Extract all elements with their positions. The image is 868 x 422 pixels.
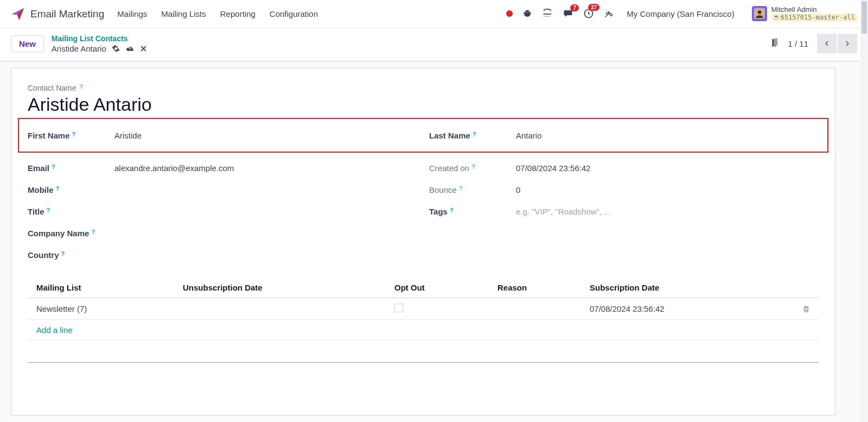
bookmark-icon[interactable]	[770, 38, 779, 49]
nav-menu: Mailings Mailing Lists Reporting Configu…	[117, 9, 318, 18]
help-icon[interactable]: ?	[47, 207, 50, 213]
database-tag: 65157015-master-all	[771, 14, 857, 22]
tools-icon[interactable]	[604, 9, 614, 18]
systray: 7 27 My Company (San Francisco) Mitchell…	[506, 6, 857, 22]
control-panel: New Mailing List Contacts Aristide Antar…	[0, 28, 868, 61]
svg-point-1	[544, 16, 545, 17]
delete-row-button[interactable]	[794, 298, 819, 320]
bug-icon[interactable]	[522, 9, 532, 18]
svg-point-3	[547, 16, 548, 17]
gear-icon[interactable]	[112, 45, 120, 53]
main-navbar: Email Marketing Mailings Mailing Lists R…	[0, 0, 868, 28]
svg-point-8	[774, 15, 778, 17]
nav-item-mailing-lists[interactable]: Mailing Lists	[161, 9, 206, 18]
col-mailing-list[interactable]: Mailing List	[28, 278, 174, 298]
paper-plane-icon	[11, 7, 25, 21]
help-icon[interactable]: ?	[79, 84, 82, 90]
cell-opt-out[interactable]	[386, 298, 489, 320]
svg-point-4	[550, 16, 551, 17]
chevron-right-icon	[844, 40, 851, 47]
table-row-add: Add a line	[28, 320, 819, 341]
svg-point-2	[546, 16, 547, 17]
chevron-left-icon	[824, 40, 830, 47]
sheet-container: Contact Name ? Aristide Antario First Na…	[0, 61, 868, 416]
last-name-label: Last Name?	[429, 131, 516, 140]
company-name-label: Company Name?	[28, 229, 114, 238]
help-icon[interactable]: ?	[459, 185, 462, 192]
database-icon	[774, 15, 779, 21]
messages-badge: 7	[570, 4, 579, 11]
highlighted-name-row: First Name? Aristide Last Name? Antario	[18, 118, 828, 153]
checkbox-icon[interactable]	[394, 304, 403, 312]
svg-rect-0	[544, 14, 552, 15]
close-icon[interactable]	[140, 45, 147, 52]
col-reason[interactable]: Reason	[489, 278, 581, 298]
nav-item-reporting[interactable]: Reporting	[220, 9, 256, 18]
col-unsub-date[interactable]: Unsubscription Date	[174, 278, 386, 298]
created-on-label: Created on?	[429, 163, 516, 173]
cloud-upload-icon[interactable]	[125, 45, 135, 53]
user-menu[interactable]: Mitchell Admin 65157015-master-all	[752, 6, 857, 22]
cell-mailing-list[interactable]: Newsletter (7)	[28, 298, 174, 320]
nav-item-configuration[interactable]: Configuration	[270, 9, 318, 18]
pager-text[interactable]: 1 / 11	[788, 39, 808, 48]
vertical-scrollbar[interactable]	[860, 0, 868, 422]
divider	[28, 362, 819, 363]
user-name: Mitchell Admin	[771, 6, 857, 14]
cell-reason[interactable]	[489, 298, 581, 320]
contact-name-label: Contact Name	[28, 84, 76, 92]
messages-icon[interactable]: 7	[563, 9, 573, 18]
activities-icon[interactable]: 27	[583, 8, 594, 19]
help-icon[interactable]: ?	[61, 250, 65, 257]
help-icon[interactable]: ?	[56, 185, 60, 192]
activities-badge: 27	[588, 4, 599, 11]
cell-sub-date[interactable]: 07/08/2024 23:56:42	[581, 298, 794, 320]
help-icon[interactable]: ?	[72, 131, 76, 137]
record-dot-icon[interactable]	[506, 10, 513, 17]
help-icon[interactable]: ?	[52, 163, 55, 170]
first-name-field[interactable]: Aristide	[114, 131, 142, 140]
col-opt-out[interactable]: Opt Out	[386, 278, 489, 298]
created-on-field[interactable]: 07/08/2024 23:56:42	[516, 163, 591, 173]
help-icon[interactable]: ?	[91, 229, 95, 235]
scrollbar-thumb[interactable]	[861, 1, 867, 34]
last-name-field[interactable]: Antario	[516, 131, 542, 140]
breadcrumb-current: Aristide Antario	[52, 44, 106, 53]
database-name: 65157015-master-all	[781, 14, 855, 21]
nav-item-mailings[interactable]: Mailings	[117, 9, 147, 18]
first-name-label: First Name?	[28, 131, 114, 140]
app-logo-block[interactable]: Email Marketing	[11, 7, 104, 21]
table-row[interactable]: Newsletter (7) 07/08/2024 23:56:42	[28, 298, 819, 320]
app-title: Email Marketing	[30, 8, 104, 20]
col-sub-date[interactable]: Subscription Date	[581, 278, 794, 298]
title-label: Title?	[28, 207, 114, 216]
pager-prev-button[interactable]	[817, 34, 837, 53]
bounce-field[interactable]: 0	[516, 185, 520, 194]
email-field[interactable]: alexandre.antario@example.com	[114, 163, 234, 173]
add-line-button[interactable]: Add a line	[36, 325, 73, 335]
support-icon[interactable]	[542, 9, 553, 18]
breadcrumb: Mailing List Contacts Aristide Antario	[52, 34, 147, 53]
tags-label: Tags?	[429, 207, 516, 216]
country-label: Country?	[28, 250, 114, 260]
trash-icon	[802, 305, 810, 313]
bounce-label: Bounce?	[429, 185, 516, 194]
new-button[interactable]: New	[11, 35, 44, 52]
company-switcher[interactable]: My Company (San Francisco)	[627, 9, 734, 18]
svg-point-7	[757, 11, 761, 15]
mobile-label: Mobile?	[28, 185, 114, 194]
breadcrumb-parent[interactable]: Mailing List Contacts	[52, 34, 147, 43]
help-icon[interactable]: ?	[471, 163, 475, 170]
email-label: Email?	[28, 163, 114, 173]
help-icon[interactable]: ?	[450, 207, 454, 213]
avatar	[752, 6, 767, 21]
subscription-table: Mailing List Unsubscription Date Opt Out…	[28, 278, 819, 341]
form-sheet: Contact Name ? Aristide Antario First Na…	[11, 68, 835, 415]
tags-field[interactable]: e.g. "VIP", "Roadshow", ...	[516, 207, 611, 216]
contact-name-field[interactable]: Aristide Antario	[28, 95, 819, 115]
pager-next-button[interactable]	[838, 34, 857, 53]
help-icon[interactable]: ?	[473, 131, 476, 137]
cell-unsub-date[interactable]	[174, 298, 386, 320]
